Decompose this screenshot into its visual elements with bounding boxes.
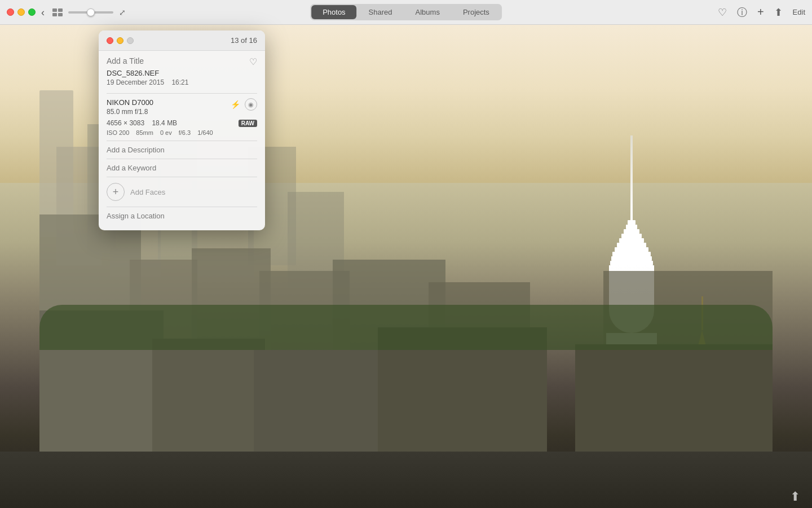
maximize-button[interactable] [28, 8, 36, 16]
panel-close[interactable] [107, 37, 113, 44]
ground [0, 452, 812, 508]
date: 19 December 2015 [107, 78, 164, 86]
favorite-button[interactable]: ♡ [718, 6, 727, 19]
photo-counter: 13 of 16 [231, 36, 257, 45]
camera-section: NIKON D7000 85.0 mm f/1.8 ⚡ ◉ [107, 98, 257, 116]
image-size-row: 4656 × 3083 18.4 MB RAW [107, 119, 257, 127]
tab-group: Photos Shared Albums Projects [310, 4, 502, 20]
add-faces-button[interactable]: + [107, 183, 125, 201]
camera-icons: ⚡ ◉ [231, 98, 257, 111]
exif-ev: 0 ev [160, 129, 172, 136]
panel-minimize[interactable] [117, 37, 123, 44]
panel-titlebar: 13 of 16 [99, 30, 265, 51]
panel-body: ♡ DSC_5826.NEF 19 December 2015 16:21 NI… [99, 51, 265, 230]
faces-section: + Add Faces [107, 177, 257, 207]
titlebar: ‹ ⤢ Photos Shared Albums Projects ♡ ⓘ + … [0, 0, 812, 25]
flash-icon: ⚡ [231, 100, 240, 109]
zoom-expand-icon[interactable]: ⤢ [119, 8, 126, 17]
navigation-tabs: Photos Shared Albums Projects [310, 4, 502, 20]
minimize-button[interactable] [17, 8, 25, 16]
camera-circle-icon: ◉ [245, 98, 257, 111]
title-input[interactable] [107, 56, 249, 65]
location-input[interactable] [107, 207, 257, 225]
close-button[interactable] [7, 8, 14, 16]
tab-shared[interactable]: Shared [358, 5, 404, 19]
add-faces-label: Add Faces [130, 188, 165, 196]
panel-maximize [127, 37, 134, 44]
titlebar-left: ‹ ⤢ [7, 7, 126, 17]
camera-name: NIKON D7000 [107, 98, 231, 107]
info-button[interactable]: ⓘ [737, 6, 747, 19]
camera-info: NIKON D7000 85.0 mm f/1.8 [107, 98, 231, 116]
image-dimensions: 4656 × 3083 18.4 MB [107, 119, 177, 127]
grid-view-icon[interactable] [52, 8, 63, 16]
divider-1 [107, 93, 257, 94]
favorite-icon[interactable]: ♡ [249, 56, 257, 67]
datetime: 19 December 2015 16:21 [107, 78, 257, 86]
bottom-bar: ⬆ [778, 485, 812, 508]
tab-albums[interactable]: Albums [404, 5, 451, 19]
exif-shutter: 1/640 [197, 129, 213, 136]
share-button[interactable]: ⬆ [774, 6, 783, 19]
import-icon[interactable]: ⬆ [790, 489, 800, 504]
back-button[interactable]: ‹ [41, 7, 45, 17]
exif-row: ISO 200 85mm 0 ev f/6.3 1/640 [107, 129, 257, 136]
filename: DSC_5826.NEF [107, 69, 257, 77]
description-input[interactable] [107, 141, 257, 159]
title-row: ♡ [107, 56, 257, 68]
keyword-input[interactable] [107, 159, 257, 177]
panel-traffic-lights [107, 37, 134, 44]
traffic-lights [7, 8, 36, 16]
exif-iso: ISO 200 [107, 129, 129, 136]
tab-projects[interactable]: Projects [452, 5, 501, 19]
edit-button[interactable]: Edit [793, 8, 805, 16]
time: 16:21 [171, 78, 188, 86]
info-panel: 13 of 16 ♡ DSC_5826.NEF 19 December 2015… [99, 30, 265, 230]
camera-lens: 85.0 mm f/1.8 [107, 108, 231, 116]
titlebar-right: ♡ ⓘ + ⬆ Edit [718, 6, 805, 19]
exif-focal: 85mm [136, 129, 153, 136]
exif-aperture: f/6.3 [179, 129, 191, 136]
raw-badge: RAW [239, 120, 257, 127]
tab-photos[interactable]: Photos [311, 5, 356, 19]
zoom-slider[interactable] [68, 11, 113, 14]
tree-line [39, 305, 773, 350]
add-button[interactable]: + [757, 6, 764, 19]
